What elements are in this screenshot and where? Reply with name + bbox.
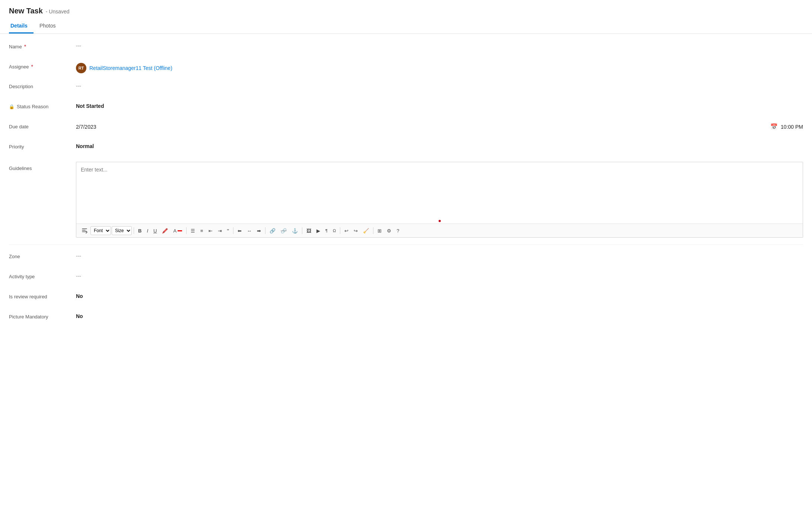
name-row: Name * --- (9, 41, 803, 55)
due-date-value-row: 2/7/2023 📅 10:00 PM (76, 122, 803, 130)
italic-button[interactable]: I (144, 227, 150, 235)
help-icon: ? (397, 228, 399, 234)
activity-type-row: Activity type --- (9, 272, 803, 285)
settings-button[interactable]: ⚙ (385, 227, 394, 235)
indent-button[interactable]: ⇥ (216, 227, 224, 235)
calendar-icon: 📅 (770, 123, 778, 130)
guidelines-editor: Font Size B I U (76, 162, 803, 238)
special-chars-icon: Ω (333, 228, 336, 233)
undo-icon: ↩ (344, 228, 348, 234)
activity-type-value[interactable]: --- (76, 272, 803, 279)
html-button[interactable]: ¶ (323, 227, 330, 234)
guidelines-textarea[interactable] (76, 162, 803, 218)
guidelines-label: Guidelines (9, 162, 76, 171)
name-label: Name * (9, 41, 76, 49)
toolbar-sep-6 (340, 227, 340, 234)
lock-icon: 🔒 (9, 104, 15, 109)
font-select[interactable]: Font (90, 226, 111, 235)
bold-button[interactable]: B (136, 227, 144, 235)
highlight-button[interactable]: 🖍️ (160, 227, 170, 235)
indent-icon: ⇥ (218, 228, 222, 234)
unsaved-label: - Unsaved (46, 9, 70, 15)
page-title-row: New Task - Unsaved (9, 7, 803, 15)
due-date-row: Due date 2/7/2023 📅 10:00 PM (9, 122, 803, 135)
is-review-row: Is review required No (9, 292, 803, 305)
due-time-value[interactable]: 10:00 PM (781, 124, 803, 130)
due-date-label: Due date (9, 122, 76, 129)
priority-label: Priority (9, 142, 76, 150)
name-required: * (24, 44, 26, 49)
picture-mandatory-value[interactable]: No (76, 312, 803, 319)
due-date-value[interactable]: 2/7/2023 (76, 124, 770, 130)
video-button[interactable]: ▶ (314, 227, 322, 235)
clear-format-icon: 🧹 (363, 228, 369, 234)
tabs-row: Details Photos (9, 20, 803, 33)
image-button[interactable]: 🖼 (304, 227, 313, 235)
tab-details[interactable]: Details (9, 20, 34, 33)
special-chars-button[interactable]: Ω (331, 227, 338, 234)
outdent-icon: ⇤ (208, 228, 213, 234)
anchor-icon: ⚓ (292, 228, 298, 234)
image-icon: 🖼 (306, 228, 311, 234)
toolbar-sep-5 (302, 227, 302, 234)
anchor-button[interactable]: ⚓ (290, 227, 300, 235)
tab-photos[interactable]: Photos (38, 20, 62, 33)
format-icon (82, 228, 87, 234)
align-center-button[interactable]: ↔ (245, 227, 254, 235)
html-icon: ¶ (325, 228, 328, 233)
is-review-value[interactable]: No (76, 292, 803, 299)
align-right-icon: ➡ (257, 228, 261, 234)
description-value[interactable]: --- (76, 81, 803, 89)
font-color-button[interactable]: A (171, 227, 184, 235)
toolbar-sep-7 (373, 227, 373, 234)
priority-value[interactable]: Normal (76, 142, 803, 149)
assignee-label: Assignee * (9, 61, 76, 70)
font-color-icon: A (173, 228, 176, 234)
activity-type-label: Activity type (9, 272, 76, 279)
format-button[interactable] (79, 227, 90, 235)
undo-button[interactable]: ↩ (342, 227, 351, 235)
name-value[interactable]: --- (76, 41, 803, 49)
due-time: 📅 10:00 PM (770, 123, 803, 130)
size-select[interactable]: Size (112, 226, 132, 235)
quote-button[interactable]: " (225, 227, 231, 235)
video-icon: ▶ (316, 228, 320, 234)
description-label: Description (9, 81, 76, 89)
link-button[interactable]: 🔗 (267, 227, 278, 235)
underline-button[interactable]: U (151, 227, 159, 235)
outdent-button[interactable]: ⇤ (206, 227, 215, 235)
page-header: New Task - Unsaved Details Photos (0, 0, 812, 34)
section-divider (9, 244, 803, 245)
toolbar-sep-4 (265, 227, 265, 234)
clear-format-button[interactable]: 🧹 (361, 227, 371, 235)
unlink-icon: 🔗 (281, 228, 287, 234)
picture-mandatory-label: Picture Mandatory (9, 312, 76, 320)
toolbar-sep-2 (186, 227, 187, 234)
ordered-list-button[interactable]: ≡ (198, 227, 206, 235)
page-title: New Task (9, 7, 43, 15)
status-reason-label: 🔒 Status Reason (9, 102, 76, 109)
ordered-list-icon: ≡ (200, 228, 203, 234)
highlight-icon: 🖍️ (162, 228, 168, 234)
table-button[interactable]: ⊞ (375, 227, 384, 235)
assignee-value[interactable]: RT RetailStoremanager11 Test (Offline) (76, 61, 803, 73)
assignee-required: * (31, 64, 33, 70)
settings-icon: ⚙ (387, 228, 391, 234)
unordered-list-button[interactable]: ☰ (188, 227, 197, 235)
unlink-button[interactable]: 🔗 (278, 227, 289, 235)
align-left-icon: ⬅ (238, 228, 242, 234)
form-body: Name * --- Assignee * RT RetailStoremana… (0, 34, 812, 339)
editor-toolbar: Font Size B I U (76, 224, 803, 237)
picture-mandatory-row: Picture Mandatory No (9, 312, 803, 325)
quote-icon: " (227, 228, 229, 234)
zone-value[interactable]: --- (76, 251, 803, 259)
zone-label: Zone (9, 251, 76, 259)
zone-row: Zone --- (9, 251, 803, 265)
align-left-button[interactable]: ⬅ (235, 227, 244, 235)
status-reason-value[interactable]: Not Started (76, 102, 803, 109)
red-dot (439, 220, 441, 222)
align-right-button[interactable]: ➡ (255, 227, 263, 235)
redo-button[interactable]: ↪ (351, 227, 360, 235)
help-button[interactable]: ? (394, 227, 401, 235)
unordered-list-icon: ☰ (191, 228, 195, 234)
